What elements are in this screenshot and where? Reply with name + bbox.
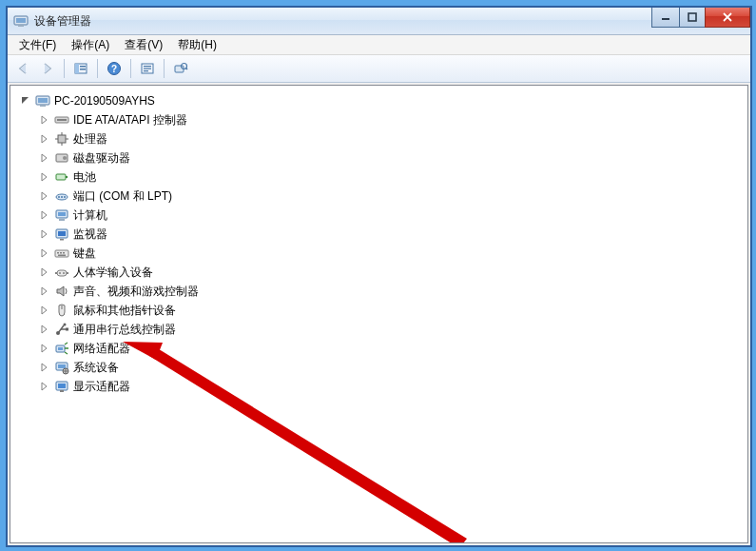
scan-hardware-button[interactable] <box>169 57 192 80</box>
svg-rect-13 <box>144 69 151 69</box>
toolbar: ? <box>8 55 750 83</box>
menu-file[interactable]: 文件(F) <box>11 35 64 55</box>
tree-item-label: 人体学输入设备 <box>73 265 153 281</box>
category-icon <box>54 265 69 280</box>
svg-rect-51 <box>67 272 68 274</box>
svg-rect-23 <box>58 135 66 143</box>
category-icon <box>54 150 69 166</box>
close-button[interactable] <box>705 8 750 28</box>
category-icon <box>54 131 69 147</box>
category-icon <box>54 284 69 299</box>
tree-item[interactable]: 鼠标和其他指针设备 <box>39 301 744 320</box>
minimize-button[interactable] <box>651 8 680 28</box>
expand-icon[interactable] <box>39 381 50 392</box>
show-hide-tree-button[interactable] <box>69 57 92 80</box>
expand-icon[interactable] <box>39 324 50 335</box>
properties-button[interactable] <box>136 57 159 80</box>
svg-rect-19 <box>38 98 48 103</box>
category-icon <box>54 112 69 128</box>
toolbar-separator <box>97 59 98 78</box>
tree-item[interactable]: 电池 <box>39 167 744 187</box>
category-icon <box>54 207 69 223</box>
expand-icon[interactable] <box>39 133 50 145</box>
category-icon <box>54 341 69 356</box>
expand-icon[interactable] <box>39 114 50 126</box>
menu-view[interactable]: 查看(V) <box>117 35 170 55</box>
tree-item[interactable]: 通用串行总线控制器 <box>39 320 744 339</box>
expand-icon[interactable] <box>39 305 50 316</box>
computer-icon <box>35 93 50 108</box>
svg-rect-46 <box>58 255 66 257</box>
svg-rect-43 <box>57 252 59 254</box>
tree-item-label: 通用串行总线控制器 <box>73 322 176 338</box>
expand-icon[interactable] <box>39 285 50 297</box>
svg-rect-44 <box>60 252 62 254</box>
menu-action[interactable]: 操作(A) <box>64 35 117 55</box>
titlebar[interactable]: 设备管理器 <box>8 8 750 35</box>
category-icon <box>54 322 69 337</box>
svg-rect-63 <box>60 390 64 392</box>
svg-rect-3 <box>662 18 669 20</box>
svg-rect-57 <box>58 347 63 350</box>
content-frame: PC-20190509AYHSIDE ATA/ATAPI 控制器处理器磁盘驱动器… <box>8 83 750 545</box>
tree-item-label: 显示适配器 <box>73 379 130 395</box>
device-tree-panel[interactable]: PC-20190509AYHSIDE ATA/ATAPI 控制器处理器磁盘驱动器… <box>10 85 748 543</box>
expand-icon[interactable] <box>39 362 50 373</box>
tree-item-label: 声音、视频和游戏控制器 <box>73 284 199 300</box>
category-icon <box>54 379 69 394</box>
tree-item[interactable]: 键盘 <box>39 244 744 263</box>
svg-rect-38 <box>59 219 65 221</box>
tree-root[interactable]: PC-20190509AYHS <box>20 91 744 110</box>
svg-rect-62 <box>58 384 66 388</box>
svg-rect-59 <box>58 364 66 368</box>
tree-item[interactable]: 端口 (COM 和 LPT) <box>39 187 744 206</box>
forward-button[interactable] <box>36 57 59 80</box>
help-button[interactable]: ? <box>103 57 126 80</box>
expand-icon[interactable] <box>20 95 31 107</box>
expand-icon[interactable] <box>39 152 50 164</box>
tree-item[interactable]: 显示适配器 <box>39 377 744 396</box>
svg-rect-4 <box>688 13 696 21</box>
maximize-button[interactable] <box>679 8 706 28</box>
svg-rect-14 <box>144 70 148 71</box>
category-icon <box>54 226 69 242</box>
category-icon <box>54 246 69 261</box>
tree-item-label: 电池 <box>73 169 96 186</box>
svg-rect-31 <box>66 176 68 178</box>
category-icon <box>54 188 69 204</box>
expand-icon[interactable] <box>39 171 50 183</box>
svg-rect-41 <box>60 239 64 241</box>
expand-icon[interactable] <box>39 228 50 240</box>
tree-item[interactable]: 处理器 <box>39 129 744 148</box>
svg-point-49 <box>63 272 65 274</box>
tree-item[interactable]: 监视器 <box>39 225 744 244</box>
svg-rect-6 <box>75 64 79 73</box>
tree-item[interactable]: IDE ATA/ATAPI 控制器 <box>39 110 744 129</box>
expand-icon[interactable] <box>39 190 50 202</box>
svg-point-48 <box>59 272 61 274</box>
menu-help[interactable]: 帮助(H) <box>170 35 224 55</box>
expand-icon[interactable] <box>39 247 50 259</box>
back-button[interactable] <box>11 57 34 80</box>
svg-rect-7 <box>80 66 86 68</box>
tree-root-label: PC-20190509AYHS <box>54 94 155 108</box>
toolbar-separator <box>64 59 65 78</box>
category-icon <box>54 169 69 185</box>
tree-item[interactable]: 系统设备 <box>39 358 744 377</box>
window-controls <box>652 8 750 27</box>
svg-rect-55 <box>66 328 68 331</box>
expand-icon[interactable] <box>39 343 50 354</box>
svg-rect-47 <box>57 270 67 276</box>
tree-item-label: 鼠标和其他指针设备 <box>73 303 176 319</box>
expand-icon[interactable] <box>39 266 50 278</box>
tree-item[interactable]: 声音、视频和游戏控制器 <box>39 282 744 301</box>
tree-item[interactable]: 人体学输入设备 <box>39 263 744 282</box>
tree-item[interactable]: 网络适配器 <box>39 339 744 358</box>
tree-item[interactable]: 磁盘驱动器 <box>39 148 744 167</box>
svg-point-34 <box>61 196 63 198</box>
svg-rect-37 <box>58 212 66 216</box>
svg-point-54 <box>64 324 67 326</box>
tree-item-label: 网络适配器 <box>73 341 130 357</box>
expand-icon[interactable] <box>39 209 50 221</box>
tree-item[interactable]: 计算机 <box>39 206 744 225</box>
